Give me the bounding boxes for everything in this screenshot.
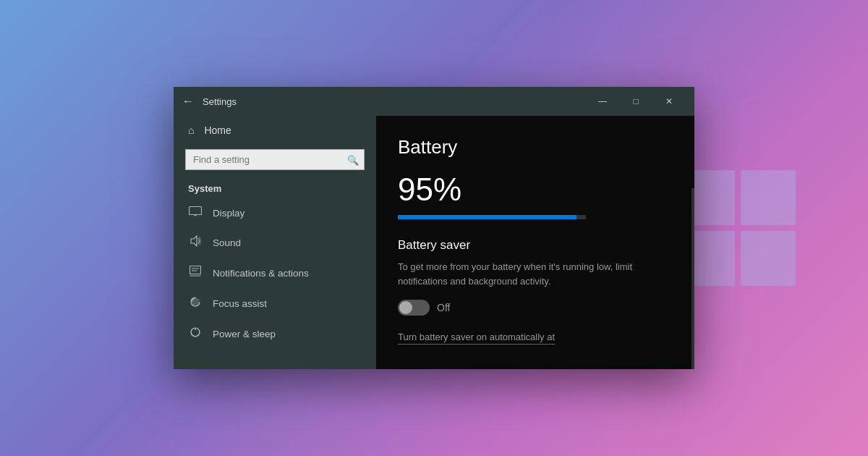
toggle-label: Off	[437, 302, 450, 313]
sidebar-item-display[interactable]: Display	[174, 198, 376, 227]
sidebar-item-sound[interactable]: Sound	[174, 227, 376, 258]
sound-label: Sound	[213, 237, 241, 248]
toggle-knob	[399, 301, 412, 314]
maximize-button[interactable]: □	[619, 87, 652, 116]
sidebar-item-focus-assist[interactable]: Focus assist	[174, 288, 376, 318]
display-icon	[188, 206, 203, 219]
battery-saver-toggle-row: Off	[398, 300, 673, 316]
win-logo-pane-tr	[741, 170, 796, 225]
back-button[interactable]: ←	[182, 95, 194, 108]
battery-saver-title: Battery saver	[398, 238, 673, 253]
battery-bar-fill	[398, 215, 576, 219]
home-icon: ⌂	[188, 124, 194, 136]
svg-rect-4	[190, 266, 201, 274]
battery-auto-text: Turn battery saver on automatically at	[398, 332, 555, 345]
sidebar: ⌂ Home 🔍 System Di	[174, 116, 376, 369]
page-title: Battery	[398, 136, 673, 159]
search-container: 🔍	[185, 149, 365, 170]
sidebar-item-power-sleep[interactable]: Power & sleep	[174, 318, 376, 349]
search-icon: 🔍	[347, 154, 359, 165]
title-bar: ← Settings — □ ✕	[174, 87, 694, 116]
window-container: ← Settings — □ ✕ ⌂ Home 🔍 System	[0, 0, 868, 456]
svg-marker-3	[191, 236, 197, 246]
win-logo-pane-br	[741, 231, 796, 286]
sound-icon	[188, 235, 203, 250]
window-controls: — □ ✕	[586, 87, 686, 116]
settings-window: ← Settings — □ ✕ ⌂ Home 🔍 System	[174, 87, 694, 369]
main-area: ⌂ Home 🔍 System Di	[174, 116, 694, 369]
windows-logo	[680, 170, 796, 286]
notifications-label: Notifications & actions	[213, 268, 309, 279]
sidebar-item-notifications[interactable]: Notifications & actions	[174, 258, 376, 288]
search-input[interactable]	[185, 149, 365, 170]
home-label: Home	[204, 124, 231, 136]
battery-saver-description: To get more from your battery when it's …	[398, 260, 673, 288]
sidebar-item-home[interactable]: ⌂ Home	[174, 116, 376, 145]
focus-assist-icon	[188, 296, 203, 311]
battery-percentage: 95%	[398, 172, 673, 208]
notifications-icon	[188, 266, 203, 280]
power-sleep-icon	[188, 326, 203, 341]
minimize-button[interactable]: —	[586, 87, 619, 116]
close-button[interactable]: ✕	[652, 87, 686, 116]
power-sleep-label: Power & sleep	[213, 329, 276, 339]
battery-bar-container	[398, 215, 586, 219]
battery-saver-toggle[interactable]	[398, 300, 430, 316]
focus-assist-label: Focus assist	[213, 298, 267, 309]
content-panel: Battery 95% Battery saver To get more fr…	[376, 116, 694, 369]
window-title: Settings	[203, 96, 586, 107]
display-label: Display	[213, 208, 244, 219]
svg-rect-0	[190, 207, 202, 215]
section-label: System	[174, 177, 376, 198]
